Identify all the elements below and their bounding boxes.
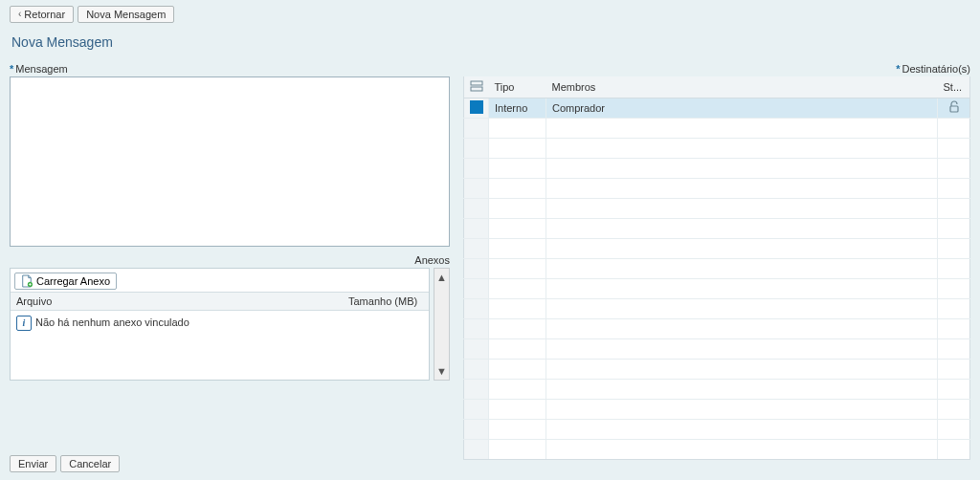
row-status[interactable] — [938, 98, 970, 119]
row-flag-cell[interactable] — [464, 319, 489, 339]
row-flag-cell[interactable] — [464, 199, 489, 219]
row-tipo — [489, 299, 546, 319]
row-status[interactable] — [938, 119, 970, 139]
cancel-button[interactable]: Cancelar — [60, 455, 120, 472]
row-flag-cell[interactable] — [464, 400, 489, 420]
row-flag-cell[interactable] — [464, 440, 489, 460]
row-tipo — [489, 279, 546, 299]
row-status[interactable] — [938, 179, 970, 199]
table-row[interactable] — [464, 239, 970, 259]
attachments-col-size: Tamanho (MB) — [343, 293, 429, 311]
row-membros — [546, 380, 938, 400]
table-row[interactable] — [464, 219, 970, 239]
scroll-down-icon[interactable]: ▼ — [434, 362, 449, 380]
table-row[interactable] — [464, 380, 970, 400]
svg-rect-3 — [950, 106, 958, 112]
row-tipo — [489, 119, 546, 139]
row-flag-cell[interactable] — [464, 299, 489, 319]
attachments-section-label: Anexos — [10, 254, 450, 266]
row-flag-cell[interactable] — [464, 179, 489, 199]
table-row[interactable] — [464, 139, 970, 159]
chevron-left-icon: ‹ — [18, 8, 21, 21]
row-status[interactable] — [938, 339, 970, 360]
table-row[interactable] — [464, 259, 970, 279]
recipients-col-tipo[interactable]: Tipo — [489, 76, 546, 98]
row-tipo: Interno — [489, 98, 546, 119]
table-row[interactable] — [464, 339, 970, 360]
row-status[interactable] — [938, 400, 970, 420]
table-row[interactable] — [464, 179, 970, 199]
row-selected-marker — [470, 100, 483, 114]
back-button[interactable]: ‹ Retornar — [10, 6, 74, 23]
new-message-button-label: Nova Mensagem — [86, 8, 166, 21]
svg-rect-1 — [471, 81, 482, 85]
row-tipo — [489, 360, 546, 380]
row-membros — [546, 159, 938, 179]
row-status[interactable] — [938, 219, 970, 239]
scroll-up-icon[interactable]: ▲ — [434, 269, 449, 286]
row-membros — [546, 360, 938, 380]
table-row[interactable] — [464, 360, 970, 380]
row-status[interactable] — [938, 139, 970, 159]
row-membros — [546, 259, 938, 279]
upload-attachment-button[interactable]: Carregar Anexo — [14, 273, 117, 290]
row-status[interactable] — [938, 239, 970, 259]
table-row[interactable] — [464, 159, 970, 179]
row-membros — [546, 440, 938, 460]
row-flag-cell[interactable] — [464, 139, 489, 159]
row-flag-cell[interactable] — [464, 119, 489, 139]
row-flag-cell[interactable] — [464, 98, 489, 119]
row-status[interactable] — [938, 380, 970, 400]
row-tipo — [489, 159, 546, 179]
row-flag-cell[interactable] — [464, 380, 489, 400]
send-button[interactable]: Enviar — [10, 455, 56, 472]
row-status[interactable] — [938, 259, 970, 279]
table-row[interactable] — [464, 400, 970, 420]
row-membros — [546, 179, 938, 199]
message-textarea[interactable] — [10, 76, 450, 247]
row-status[interactable] — [938, 279, 970, 299]
row-membros — [546, 299, 938, 319]
table-row[interactable] — [464, 319, 970, 339]
unlock-icon — [947, 100, 961, 114]
row-tipo — [489, 139, 546, 159]
row-membros — [546, 279, 938, 299]
table-row[interactable] — [464, 420, 970, 440]
row-membros — [546, 239, 938, 259]
row-flag-cell[interactable] — [464, 339, 489, 360]
recipients-label: *Destinatário(s) — [68, 63, 970, 75]
row-flag-cell[interactable] — [464, 239, 489, 259]
table-row[interactable] — [464, 119, 970, 139]
row-status[interactable] — [938, 199, 970, 219]
row-membros — [546, 219, 938, 239]
row-flag-cell[interactable] — [464, 259, 489, 279]
row-status[interactable] — [938, 299, 970, 319]
attachments-scrollbar[interactable]: ▲ ▼ — [434, 268, 450, 381]
row-status[interactable] — [938, 440, 970, 460]
row-tipo — [489, 219, 546, 239]
recipients-col-st[interactable]: St... — [938, 76, 970, 98]
row-status[interactable] — [938, 159, 970, 179]
row-tipo — [489, 420, 546, 440]
new-message-button[interactable]: Nova Mensagem — [78, 6, 174, 23]
select-rows-icon — [470, 80, 483, 92]
row-flag-cell[interactable] — [464, 219, 489, 239]
recipients-col-select[interactable] — [464, 76, 489, 98]
table-row[interactable]: InternoComprador — [464, 98, 970, 119]
row-status[interactable] — [938, 319, 970, 339]
back-button-label: Retornar — [24, 8, 65, 21]
row-status[interactable] — [938, 360, 970, 380]
row-membros — [546, 400, 938, 420]
row-tipo — [489, 239, 546, 259]
table-row[interactable] — [464, 299, 970, 319]
row-status[interactable] — [938, 420, 970, 440]
row-flag-cell[interactable] — [464, 420, 489, 440]
row-flag-cell[interactable] — [464, 360, 489, 380]
table-row[interactable] — [464, 440, 970, 460]
row-flag-cell[interactable] — [464, 279, 489, 299]
row-membros — [546, 420, 938, 440]
table-row[interactable] — [464, 199, 970, 219]
recipients-col-membros[interactable]: Membros — [546, 76, 938, 98]
row-flag-cell[interactable] — [464, 159, 489, 179]
table-row[interactable] — [464, 279, 970, 299]
